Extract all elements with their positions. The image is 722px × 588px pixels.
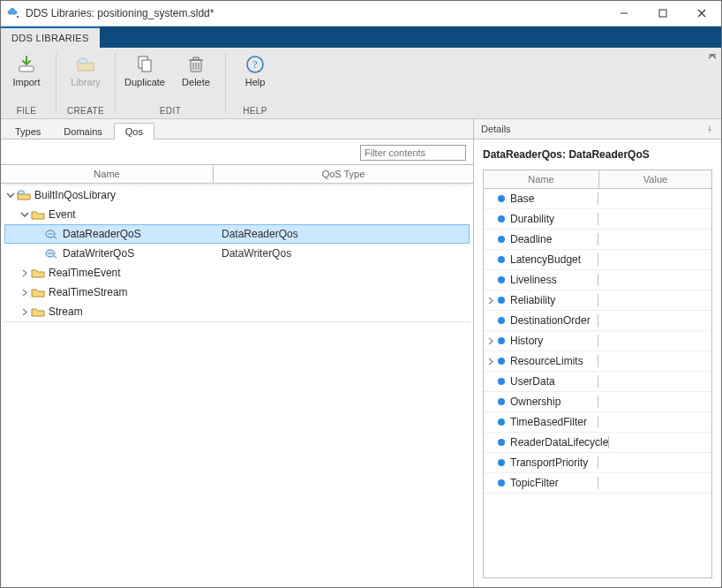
- property-bullet-icon: [498, 358, 505, 365]
- property-bullet-icon: [498, 256, 505, 263]
- filter-input[interactable]: [360, 145, 466, 161]
- tab-qos[interactable]: Qos: [114, 123, 154, 139]
- tree-item-label: DataWriterQoS: [63, 247, 134, 260]
- delete-button[interactable]: Delete: [170, 49, 222, 92]
- folder-icon: [31, 285, 45, 299]
- library-icon: [75, 54, 96, 75]
- tree-item-label: BuiltInQosLibrary: [34, 189, 116, 201]
- expander-icon[interactable]: [19, 268, 29, 278]
- property-row[interactable]: DestinationOrder: [484, 311, 711, 331]
- property-name: Base: [510, 192, 534, 205]
- property-row[interactable]: Durability: [484, 209, 711, 230]
- property-name: TransportPriority: [510, 456, 588, 469]
- ribbon: Import FILE Library CREATE: [1, 48, 721, 119]
- tree-row[interactable]: DataWriterQoSDataWriterQos: [4, 244, 470, 263]
- tab-domains[interactable]: Domains: [52, 123, 113, 139]
- property-bullet-icon: [498, 297, 505, 304]
- property-bullet-icon: [498, 439, 505, 446]
- property-row[interactable]: ResourceLimits: [484, 351, 711, 372]
- tree-item-label: Event: [49, 208, 76, 221]
- ribbon-group-help: ? Help HELP: [229, 48, 281, 118]
- library-icon: [17, 188, 31, 202]
- property-row[interactable]: Liveliness: [484, 270, 711, 290]
- property-row[interactable]: TopicFilter: [484, 473, 711, 494]
- tree-item-label: Stream: [49, 305, 83, 318]
- property-row[interactable]: History: [484, 331, 711, 351]
- expander-icon[interactable]: [19, 287, 29, 298]
- folder-icon: [31, 305, 45, 319]
- ribbon-group-file: Import FILE: [1, 48, 52, 118]
- folder-icon: [31, 207, 45, 222]
- property-row[interactable]: TransportPriority: [484, 453, 711, 473]
- property-name: LatencyBudget: [510, 253, 581, 266]
- prop-column-value[interactable]: Value: [599, 170, 711, 188]
- property-name: ResourceLimits: [510, 355, 583, 367]
- main-area: Types Domains Qos Name QoS Type BuiltInQ…: [1, 119, 721, 587]
- property-name: TopicFilter: [510, 477, 559, 489]
- tab-types[interactable]: Types: [4, 123, 52, 139]
- expander-icon[interactable]: [485, 358, 494, 366]
- ribbon-tab-dds-libraries[interactable]: DDS LIBRARIES: [1, 26, 100, 48]
- column-name[interactable]: Name: [1, 165, 214, 183]
- details-pane-label: Details: [481, 124, 511, 134]
- expander-icon[interactable]: [485, 337, 494, 345]
- expander-icon[interactable]: [19, 306, 29, 317]
- import-button[interactable]: Import: [1, 49, 52, 92]
- sheet-tabs: Types Domains Qos: [1, 119, 473, 139]
- titlebar: DDS Libraries: positioning_system.sldd*: [1, 1, 721, 26]
- import-icon: [16, 54, 37, 75]
- expander-icon[interactable]: [4, 190, 15, 200]
- maximize-button[interactable]: [643, 1, 682, 26]
- property-name: History: [510, 335, 543, 347]
- tree-row[interactable]: RealTimeStream: [4, 283, 470, 302]
- tree-row[interactable]: DataReaderQoSDataReaderQos: [4, 224, 470, 244]
- property-name: Deadline: [510, 233, 552, 245]
- library-button: Library: [60, 49, 111, 92]
- help-button[interactable]: ? Help: [229, 49, 281, 92]
- svg-point-8: [19, 191, 25, 194]
- pin-icon[interactable]: [705, 124, 714, 133]
- property-bullet-icon: [498, 215, 505, 222]
- collapse-ribbon-icon[interactable]: [707, 51, 718, 62]
- svg-rect-1: [19, 66, 34, 72]
- property-row[interactable]: LatencyBudget: [484, 250, 711, 270]
- tree-row[interactable]: Stream: [4, 302, 470, 321]
- minimize-button[interactable]: [605, 1, 643, 26]
- property-name: Ownership: [510, 396, 560, 408]
- property-bullet-icon: [498, 317, 505, 324]
- property-row[interactable]: ReaderDataLifecycle: [484, 433, 711, 453]
- tree-item-label: DataReaderQoS: [63, 228, 141, 240]
- svg-point-16: [52, 253, 54, 254]
- property-name: TimeBasedFilter: [510, 416, 587, 428]
- close-button[interactable]: [682, 1, 721, 26]
- property-name: Durability: [510, 213, 554, 225]
- tree-row[interactable]: BuiltInQosLibrary: [4, 185, 470, 205]
- property-bullet-icon: [498, 195, 505, 202]
- property-row[interactable]: Deadline: [484, 230, 711, 250]
- svg-point-2: [79, 58, 87, 64]
- property-row[interactable]: Base: [484, 189, 711, 209]
- expander-icon[interactable]: [19, 209, 29, 220]
- tree-header: Name QoS Type: [1, 164, 473, 184]
- details-title: DataReaderQos: DataReaderQoS: [474, 139, 721, 170]
- column-qos-type[interactable]: QoS Type: [214, 165, 473, 183]
- ribbon-tabs: DDS LIBRARIES: [1, 26, 721, 48]
- prop-column-name[interactable]: Name: [484, 170, 599, 188]
- tree-row[interactable]: Event: [4, 205, 470, 224]
- tree-row[interactable]: RealTimeEvent: [4, 263, 470, 283]
- folder-icon: [31, 266, 45, 280]
- property-row[interactable]: Reliability: [484, 290, 711, 311]
- expander-icon[interactable]: [485, 297, 494, 305]
- property-bullet-icon: [498, 276, 505, 283]
- property-bullet-icon: [498, 378, 505, 385]
- details-pane: Details DataReaderQos: DataReaderQoS Nam…: [474, 119, 721, 587]
- ribbon-group-edit: Duplicate Delete EDIT: [119, 48, 222, 118]
- property-row[interactable]: UserData: [484, 372, 711, 392]
- property-row[interactable]: TimeBasedFilter: [484, 412, 711, 433]
- property-name: ReaderDataLifecycle: [510, 436, 608, 449]
- property-row[interactable]: Ownership: [484, 392, 711, 412]
- tree-item-label: RealTimeStream: [49, 286, 128, 298]
- duplicate-button[interactable]: Duplicate: [119, 49, 170, 92]
- property-name: DestinationOrder: [510, 314, 590, 327]
- tree-body[interactable]: BuiltInQosLibraryEventDataReaderQoSDataR…: [1, 184, 473, 587]
